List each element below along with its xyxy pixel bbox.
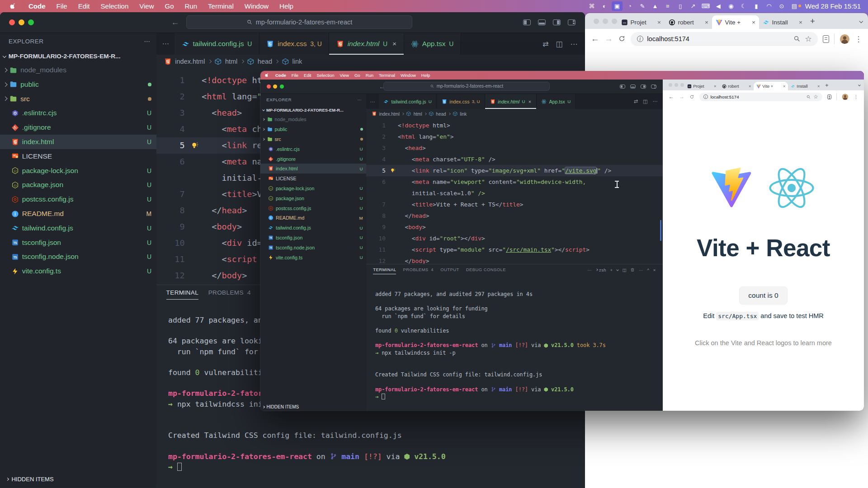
zoom-button[interactable] xyxy=(680,83,684,87)
address-bar[interactable]: ilocalhost:5174☆ xyxy=(699,93,822,101)
more-tabs-icon[interactable]: ⋯ xyxy=(366,94,379,109)
menu-item-view[interactable]: View xyxy=(337,73,352,78)
extensions-icon[interactable] xyxy=(827,94,831,99)
toggle-secondary-sidebar-icon[interactable] xyxy=(553,19,561,25)
editor-scrollbar[interactable] xyxy=(660,220,661,241)
editor-tab-App.tsx[interactable]: App.tsxU xyxy=(404,33,461,55)
toggle-secondary-sidebar-icon[interactable] xyxy=(641,84,646,89)
explorer-item-README.md[interactable]: README.mdM xyxy=(260,213,366,223)
explorer-item-src[interactable]: src xyxy=(260,134,366,144)
menu-item-code[interactable]: Code xyxy=(273,73,289,78)
site-info-icon[interactable]: i xyxy=(703,94,708,99)
editor-tab-tailwind.config.js[interactable]: tailwind.config.jsU xyxy=(175,33,259,55)
back-button[interactable]: ← xyxy=(171,18,179,27)
explorer-item-.eslintrc.cjs[interactable]: .eslintrc.cjsU xyxy=(260,144,366,154)
open-changes-icon[interactable]: ⇄ xyxy=(634,99,638,104)
profile-avatar[interactable] xyxy=(840,34,850,44)
stack-icon[interactable]: ≡ xyxy=(662,1,673,11)
wifi-icon[interactable]: ◠ xyxy=(764,1,774,11)
explorer-item-public[interactable]: public xyxy=(0,77,156,92)
menu-item-terminal[interactable]: Terminal xyxy=(376,73,398,78)
minimize-button[interactable] xyxy=(19,19,24,25)
explorer-item-package.json[interactable]: package.jsonU xyxy=(0,178,156,192)
menu-item-edit[interactable]: Edit xyxy=(73,2,95,10)
explorer-item-.gitignore[interactable]: .gitignoreU xyxy=(0,120,156,135)
close-tab-icon[interactable]: × xyxy=(752,19,755,26)
menu-item-file[interactable]: File xyxy=(51,2,73,10)
explorer-more-icon[interactable]: ⋯ xyxy=(358,97,362,102)
explorer-item-public[interactable]: public xyxy=(260,124,366,134)
zoom-button[interactable] xyxy=(280,84,284,89)
menu-item-terminal[interactable]: Terminal xyxy=(203,2,239,10)
breadcrumb[interactable]: index.htmlhtmlheadlink xyxy=(156,55,585,68)
editor-tab-index.css[interactable]: index.css3, U xyxy=(437,94,485,109)
new-terminal-icon[interactable]: + xyxy=(610,267,613,272)
toggle-panel-icon[interactable] xyxy=(538,19,546,25)
terminal-output[interactable]: added 77 packages, and audited 297 packa… xyxy=(366,275,663,400)
apple-menu[interactable] xyxy=(10,2,17,10)
screen-record-icon[interactable]: ▣ xyxy=(612,1,623,11)
menu-clock[interactable]: Wed 28 Feb 15:51 xyxy=(805,2,861,10)
site-info-icon[interactable]: i xyxy=(637,36,643,42)
volume-icon[interactable]: ◀ xyxy=(713,1,724,11)
browser-menu-icon[interactable]: ⋮ xyxy=(854,94,858,99)
battery-icon[interactable]: ▮ xyxy=(751,1,762,11)
toggle-panel-icon[interactable] xyxy=(630,84,636,89)
editor-tab-index.css[interactable]: index.css3, U xyxy=(259,33,330,55)
panel-more-icon[interactable]: ⋯ xyxy=(587,267,592,272)
zoom-icon[interactable] xyxy=(793,35,801,42)
menu-item-file[interactable]: File xyxy=(289,73,301,78)
explorer-item-index.html[interactable]: index.htmlU xyxy=(0,135,156,149)
split-editor-icon[interactable]: ◫ xyxy=(643,99,648,104)
new-tab-button[interactable]: + xyxy=(822,82,831,89)
panel-tab-terminal[interactable]: TERMINAL xyxy=(166,285,198,300)
browser-tab-projet[interactable]: Projet× xyxy=(684,82,719,90)
explorer-item-package-lock.json[interactable]: package-lock.jsonU xyxy=(0,164,156,178)
close-panel-icon[interactable]: × xyxy=(653,267,656,272)
browser-tab-install[interactable]: Install× xyxy=(759,16,806,29)
new-tab-button[interactable]: + xyxy=(806,17,819,26)
menu-item-code[interactable]: Code xyxy=(23,2,51,10)
editor-tab-index.html[interactable]: index.htmlU× xyxy=(329,33,404,55)
panel-tab-debug-console[interactable]: DEBUG CONSOLE xyxy=(466,264,506,275)
bookmark-star-icon[interactable]: ☆ xyxy=(805,34,812,44)
menu-item-view[interactable]: View xyxy=(134,2,159,10)
explorer-item-src[interactable]: src xyxy=(0,92,156,106)
play-circle-icon[interactable]: ◔ xyxy=(624,1,635,11)
browser-tab-robert[interactable]: robert× xyxy=(719,82,754,90)
bookmark-star-icon[interactable]: ☆ xyxy=(813,94,818,100)
control-center-icon[interactable]: ▤ xyxy=(789,1,800,11)
menu-item-edit[interactable]: Edit xyxy=(301,73,314,78)
explorer-item-tsconfig.json[interactable]: tsconfig.jsonU xyxy=(0,235,156,250)
explorer-item-vite.config.ts[interactable]: vite.config.tsU xyxy=(260,253,366,263)
zoom-icon[interactable] xyxy=(806,94,811,99)
explorer-more-icon[interactable]: ⋯ xyxy=(144,38,151,45)
menu-item-window[interactable]: Window xyxy=(239,2,274,10)
apple-menu[interactable] xyxy=(265,73,269,78)
screen-share-icon[interactable]: ◐ xyxy=(599,1,610,11)
panel-tab-problems[interactable]: PROBLEMS4 xyxy=(208,285,251,300)
reload-icon[interactable] xyxy=(618,35,626,42)
sidebar-icon[interactable]: ▯ xyxy=(675,1,686,11)
menu-item-help[interactable]: Help xyxy=(274,2,299,10)
menu-item-run[interactable]: Run xyxy=(363,73,376,78)
panel-more2-icon[interactable]: ⋯ xyxy=(639,267,643,272)
command-center-search[interactable]: mp-formulario-2-fatores-em-react xyxy=(383,82,550,91)
tab-search-button[interactable] xyxy=(854,84,864,86)
menu-item-selection[interactable]: Selection xyxy=(95,2,134,10)
breadcrumb[interactable]: index.htmlhtmlheadlink xyxy=(366,109,663,119)
explorer-item-postcss.config.js[interactable]: postcss.config.jsU xyxy=(260,203,366,213)
toggle-sidebar-icon[interactable] xyxy=(523,19,531,25)
close-tab-icon[interactable]: × xyxy=(783,84,785,89)
browser-menu-icon[interactable]: ⋮ xyxy=(855,35,862,43)
reload-icon[interactable] xyxy=(689,94,694,99)
code-editor[interactable]: 1<!doctype html>2<html lang="en">3 <head… xyxy=(366,119,663,264)
menu-item-selection[interactable]: Selection xyxy=(314,73,337,78)
markup-icon[interactable]: ✎ xyxy=(637,1,648,11)
command-icon[interactable]: ⌘ xyxy=(586,1,597,11)
account-icon[interactable]: ◉ xyxy=(726,1,736,11)
menu-item-window[interactable]: Window xyxy=(398,73,419,78)
close-tab-icon[interactable]: × xyxy=(657,19,661,26)
close-button[interactable] xyxy=(669,83,672,87)
minimize-button[interactable] xyxy=(273,84,277,89)
